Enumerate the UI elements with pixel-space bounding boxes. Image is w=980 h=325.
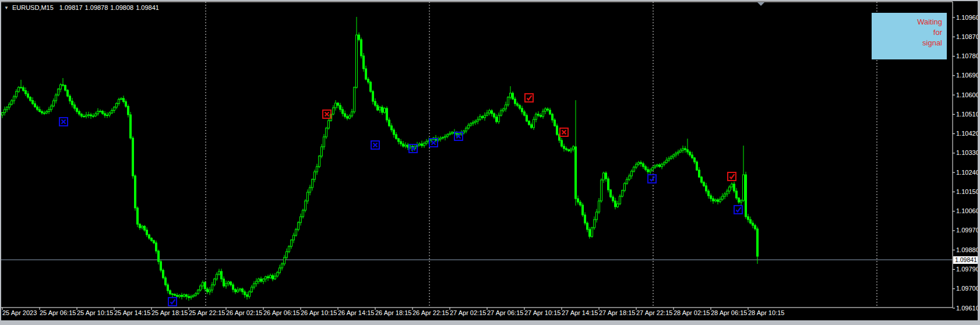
window-frame-bottom (0, 320, 980, 325)
candle-bull (284, 257, 285, 264)
candle-bear (223, 279, 225, 286)
candle-bear (181, 295, 183, 296)
candle-bull (288, 246, 290, 252)
candle-bull (533, 119, 535, 128)
candle-bear (361, 40, 362, 56)
price-tick-label: 1.10240 (956, 169, 979, 176)
candle-bull (251, 287, 253, 292)
time-tick-label: 27 Apr 18:15 (599, 309, 635, 316)
candle-bear (130, 115, 132, 138)
candle-bear (524, 112, 526, 115)
candle-bear (32, 101, 34, 104)
candle-bear (580, 202, 581, 205)
candle-bear (549, 110, 551, 114)
candle-bear (25, 91, 27, 94)
candle-bull (727, 191, 728, 194)
candle-bull (300, 217, 302, 222)
waiting-line-3: signal (872, 38, 942, 48)
candle-bull (118, 100, 120, 104)
price-tick-label: 1.10330 (956, 149, 979, 156)
price-tick-label: 1.09790 (956, 266, 979, 273)
candle-bull (598, 201, 600, 212)
candle-bull (668, 158, 670, 160)
candle-bull (654, 166, 656, 168)
candle-bull (484, 115, 486, 118)
candle-bear (575, 147, 577, 199)
time-tick-label: 26 Apr 22:15 (413, 309, 449, 316)
candle-bull (452, 132, 453, 133)
marker-check-stroke (736, 207, 741, 212)
candle-bull (731, 184, 733, 187)
marker-check-stroke (171, 299, 175, 304)
candle-bear (102, 111, 104, 114)
candle-bull (293, 235, 295, 240)
candle-bear (745, 175, 747, 217)
candle-bear (34, 104, 36, 107)
candle-bear (186, 295, 188, 296)
candle-bull (253, 284, 255, 287)
candle-bear (491, 111, 493, 114)
candle-bear (260, 279, 262, 281)
candle-bull (426, 142, 428, 143)
candle-bear (246, 295, 248, 296)
candle-bull (510, 93, 512, 97)
candle-bear (493, 114, 495, 117)
window-frame-top (0, 0, 980, 1)
candle-bull (228, 282, 230, 284)
candle-bear (696, 162, 698, 170)
candle-bull (624, 183, 626, 190)
candle-bull (487, 113, 488, 115)
candle-bull (633, 167, 635, 171)
candle-bull (440, 138, 442, 139)
candle-bull (95, 114, 97, 116)
candle-bull (200, 286, 202, 290)
candle-bull (16, 91, 17, 97)
candle-bull (442, 137, 444, 138)
signal-marker-blue-check-icon (168, 298, 177, 306)
candle-bull (191, 296, 192, 298)
candle-bear (521, 108, 523, 112)
chart-shift-triangle-icon[interactable] (757, 2, 764, 6)
price-tick-label: 1.10150 (956, 188, 979, 195)
candle-bear (65, 86, 66, 91)
candle-bull (661, 164, 663, 167)
candle-bear (242, 289, 244, 292)
candle-bull (328, 121, 330, 128)
time-tick-label: 26 Apr 18:15 (375, 309, 411, 316)
candle-bull (270, 275, 272, 278)
candle-bear (151, 238, 153, 241)
candle-bull (109, 113, 111, 115)
candle-bull (6, 107, 8, 109)
candle-bear (27, 94, 29, 97)
candle-bull (323, 137, 325, 147)
candle-bull (424, 143, 425, 146)
candle-bear (79, 112, 80, 115)
candle-bull (111, 111, 113, 114)
candle-bear (403, 144, 404, 146)
candle-bull (291, 240, 292, 246)
candle-bull (673, 155, 675, 157)
candle-bull (321, 147, 323, 156)
collapse-triangle-icon[interactable]: ▼ (4, 5, 9, 10)
candle-bull (277, 273, 279, 276)
candle-bull (349, 116, 351, 118)
candle-bear (123, 98, 125, 102)
candle-bull (202, 282, 204, 286)
candle-bull (316, 167, 318, 172)
candle-bear (699, 170, 700, 177)
time-tick-label: 28 Apr 10:15 (748, 309, 784, 316)
candle-bear (685, 149, 686, 150)
candle-bull (671, 157, 672, 158)
candle-bear (645, 167, 647, 169)
candle-bull (603, 173, 605, 180)
signal-marker-blue-check-icon (648, 175, 656, 183)
candle-bull (312, 179, 313, 188)
candle-bull (570, 149, 572, 151)
candle-bear (738, 198, 740, 202)
candle-bear (482, 116, 484, 118)
candle-bear (62, 85, 64, 86)
candle-bull (500, 111, 502, 115)
candlestick-chart[interactable] (0, 0, 980, 325)
quote-close: 1.09841 (136, 4, 159, 11)
candle-bull (286, 252, 288, 257)
